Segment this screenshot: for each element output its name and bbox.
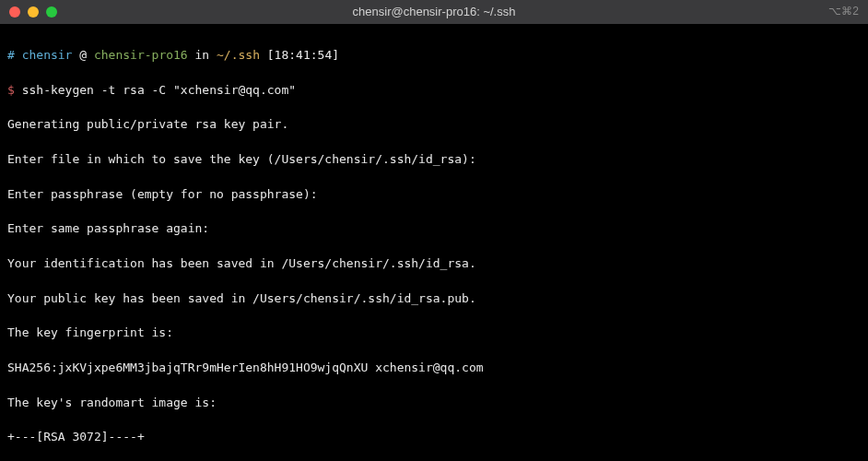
output-line: Generating public/private rsa key pair.	[7, 116, 861, 134]
prompt-at: @	[79, 48, 87, 62]
titlebar-shortcut-glyph: ⌥⌘2	[828, 4, 859, 19]
prompt-path: ~/.ssh	[217, 48, 260, 62]
output-line: SHA256:jxKVjxpe6MM3jbajqTRr9mHerIen8hH91…	[7, 360, 861, 377]
output-line: Your identification has been saved in /U…	[7, 255, 861, 273]
prompt-line-1: # chensir @ chensir-pro16 in ~/.ssh [18:…	[7, 47, 861, 65]
prompt-time: [18:41:54]	[267, 48, 339, 62]
command-line: $ ssh-keygen -t rsa -C "xchensir@qq.com"	[7, 82, 861, 100]
output-line: Enter passphrase (empty for no passphras…	[7, 186, 861, 204]
prompt-hash: #	[7, 48, 15, 62]
prompt-symbol: $	[7, 83, 15, 97]
command-text: ssh-keygen -t rsa -C "xchensir@qq.com"	[22, 83, 296, 97]
close-icon[interactable]	[9, 6, 20, 18]
randomart-line: +---[RSA 3072]----+	[7, 429, 861, 446]
terminal-output[interactable]: # chensir @ chensir-pro16 in ~/.ssh [18:…	[0, 24, 868, 461]
window-title: chensir@chensir-pro16: ~/.ssh	[353, 4, 516, 21]
output-line: The key fingerprint is:	[7, 325, 861, 342]
minimize-icon[interactable]	[28, 6, 39, 18]
traffic-lights	[9, 6, 57, 18]
window-titlebar: chensir@chensir-pro16: ~/.ssh ⌥⌘2	[0, 0, 868, 24]
output-line: The key's randomart image is:	[7, 395, 861, 412]
output-line: Enter same passphrase again:	[7, 220, 861, 238]
output-line: Enter file in which to save the key (/Us…	[7, 151, 861, 169]
output-line: Your public key has been saved in /Users…	[7, 290, 861, 308]
prompt-user: chensir	[22, 48, 73, 62]
prompt-in: in	[195, 48, 210, 62]
maximize-icon[interactable]	[46, 6, 57, 18]
prompt-host: chensir-pro16	[94, 48, 188, 62]
